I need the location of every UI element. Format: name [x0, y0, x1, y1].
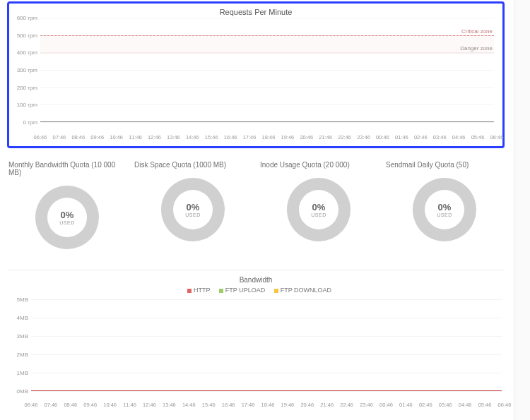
bw-y-tick: 5MB	[6, 296, 28, 303]
bandwidth-section: Bandwidth HTTP FTP UPLOAD FTP DOWNLOAD 0…	[7, 276, 505, 408]
bandwidth-x-axis: 06:4607:4608:4609:4610:4611:4612:4613:46…	[31, 400, 505, 408]
rpm-y-tick: 500 rpm	[13, 32, 37, 38]
bw-y-tick: 0MB	[6, 388, 28, 395]
rpm-x-tick: 17:46	[243, 134, 257, 140]
rpm-x-tick: 06:46	[34, 134, 47, 140]
rpm-x-tick: 15:46	[205, 134, 218, 140]
rpm-x-tick: 08:46	[71, 134, 85, 140]
rpm-y-tick: 0 rpm	[13, 119, 37, 126]
bw-x-tick: 17:46	[242, 402, 255, 408]
quota-ring: 0%USED	[287, 178, 351, 241]
bw-x-tick: 18:46	[261, 402, 275, 408]
bw-x-tick: 13:46	[163, 402, 176, 408]
quota-percent: 0%	[187, 202, 200, 212]
bandwidth-legend: HTTP FTP UPLOAD FTP DOWNLOAD	[7, 287, 505, 294]
legend-dot-ftp-upload	[219, 289, 223, 293]
rpm-x-tick: 19:46	[281, 134, 295, 140]
quota-title: Monthly Bandwidth Quota (10 000 MB)	[7, 158, 127, 181]
quota-card: Sendmail Daily Quota (50)0%USED	[384, 158, 505, 254]
quota-row: Monthly Bandwidth Quota (10 000 MB)0%USE…	[7, 158, 505, 254]
bw-x-tick: 06:46	[25, 402, 38, 408]
rpm-x-tick: 23:46	[357, 134, 370, 140]
bandwidth-chart-title: Bandwidth	[7, 276, 505, 284]
rpm-x-tick: 16:46	[224, 134, 237, 140]
bw-x-tick: 07:46	[45, 402, 58, 408]
bw-x-tick: 16:46	[222, 402, 235, 408]
quota-ring: 0%USED	[413, 178, 476, 241]
rpm-x-axis-line	[40, 121, 494, 122]
quota-used-label: USED	[59, 220, 74, 225]
quota-used-label: USED	[185, 212, 200, 217]
rpm-x-tick: 02:46	[414, 134, 428, 140]
quota-ring: 0%USED	[161, 178, 225, 241]
quota-card: Monthly Bandwidth Quota (10 000 MB)0%USE…	[7, 158, 127, 254]
rpm-x-tick: 18:46	[262, 134, 276, 140]
quota-title: Disk Space Quota (1000 MB)	[133, 158, 253, 173]
bw-x-tick: 15:46	[202, 402, 216, 408]
rpm-x-axis: 06:4607:4608:4609:4610:4611:4612:4613:46…	[40, 132, 497, 140]
legend-dot-ftp-download	[274, 289, 278, 293]
quota-percent: 0%	[61, 210, 74, 220]
rpm-x-tick: 22:46	[338, 134, 351, 140]
bw-x-tick: 20:46	[300, 402, 314, 408]
bw-x-tick: 06:46	[498, 402, 512, 408]
quota-used-label: USED	[311, 212, 326, 217]
bandwidth-chart[interactable]: 0MB1MB2MB3MB4MB5MB	[31, 299, 502, 398]
bw-x-tick: 21:46	[320, 402, 334, 408]
bw-y-tick: 1MB	[6, 370, 28, 376]
rpm-y-tick: 100 rpm	[13, 102, 37, 108]
bw-x-tick: 12:46	[143, 402, 156, 408]
quota-percent: 0%	[438, 202, 452, 212]
bw-x-tick: 00:46	[379, 402, 393, 408]
rpm-x-tick: 00:46	[376, 134, 389, 140]
rpm-y-tick: 200 rpm	[13, 84, 37, 90]
legend-label-ftp-upload: FTP UPLOAD	[225, 287, 265, 294]
bandwidth-baseline	[31, 390, 502, 391]
bw-x-tick: 22:46	[340, 402, 353, 408]
rpm-chart-title: Requests Per Minute	[15, 4, 497, 18]
bw-x-tick: 02:46	[419, 402, 432, 408]
legend-label-ftp-download: FTP DOWNLOAD	[281, 287, 331, 294]
rpm-x-tick: 11:46	[129, 134, 142, 140]
rpm-x-tick: 12:46	[148, 134, 161, 140]
bw-x-tick: 04:46	[459, 402, 472, 408]
rpm-x-tick: 14:46	[186, 134, 199, 140]
quota-ring: 0%USED	[35, 186, 99, 249]
rpm-x-tick: 01:46	[395, 134, 408, 140]
requests-per-minute-card: Requests Per Minute 0 rpm100 rpm200 rpm3…	[7, 1, 505, 148]
bw-y-tick: 4MB	[6, 315, 28, 321]
bw-x-tick: 11:46	[123, 402, 136, 408]
rpm-critical-zone-label: Critical zone	[461, 28, 493, 35]
legend-label-http: HTTP	[194, 287, 210, 294]
rpm-x-tick: 06:46	[490, 134, 504, 140]
rpm-x-tick: 07:46	[53, 134, 66, 140]
rpm-x-tick: 09:46	[90, 134, 104, 140]
legend-dot-http	[187, 289, 192, 293]
bw-x-tick: 08:46	[64, 402, 77, 408]
bw-x-tick: 01:46	[399, 402, 413, 408]
rpm-y-tick: 400 rpm	[13, 49, 37, 56]
quota-card: Disk Space Quota (1000 MB)0%USED	[133, 158, 253, 254]
bw-x-tick: 10:46	[103, 402, 117, 408]
rpm-danger-zone-label: Danger zone	[460, 45, 493, 52]
quota-percent: 0%	[312, 202, 326, 212]
rpm-chart[interactable]: 0 rpm100 rpm200 rpm300 rpm400 rpm500 rpm…	[40, 18, 494, 131]
bw-x-tick: 23:46	[360, 402, 373, 408]
bw-x-tick: 14:46	[182, 402, 196, 408]
rpm-x-tick: 04:46	[452, 134, 466, 140]
rpm-x-tick: 05:46	[471, 134, 485, 140]
rpm-y-tick: 300 rpm	[13, 67, 37, 73]
right-gutter	[514, 0, 530, 420]
rpm-y-tick: 600 rpm	[13, 15, 37, 21]
quota-title: Sendmail Daily Quota (50)	[384, 158, 505, 173]
rpm-x-tick: 20:46	[300, 134, 313, 140]
rpm-x-tick: 21:46	[319, 134, 332, 140]
bw-y-tick: 3MB	[6, 333, 28, 340]
quota-used-label: USED	[437, 212, 452, 217]
bw-x-tick: 03:46	[439, 402, 452, 408]
rpm-x-tick: 13:46	[167, 134, 180, 140]
quota-title: Inode Usage Quota (20 000)	[259, 158, 379, 173]
bw-x-tick: 05:46	[478, 402, 492, 408]
bw-x-tick: 19:46	[281, 402, 295, 408]
bw-x-tick: 09:46	[83, 402, 97, 408]
